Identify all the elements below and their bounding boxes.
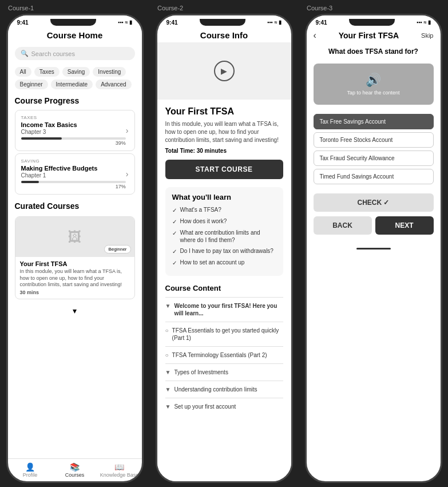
phone-3-wrapper: Course-3 9:41 ▪▪▪ ≈ ▮ ‹ Your First TFSA … bbox=[299, 0, 448, 487]
quiz-title: Your First TFSA bbox=[339, 31, 399, 40]
curated-card[interactable]: 🖼 Beginner Your First TFSA In this modul… bbox=[15, 216, 135, 299]
learn-item-4-text: Do I have to pay tax on withdrawals? bbox=[180, 247, 273, 255]
option-2[interactable]: Toronto Free Stocks Account bbox=[314, 132, 434, 148]
battery-icon: ▮ bbox=[129, 19, 132, 25]
quiz-header: ‹ Your First TFSA Skip bbox=[307, 27, 441, 44]
nav-knowledge-label: Knowledge Base bbox=[100, 472, 139, 478]
back-icon[interactable]: ‹ bbox=[314, 30, 316, 41]
audio-box[interactable]: 🔊 Tap to hear the content bbox=[314, 64, 434, 105]
learn-item-5-text: How to set an account up bbox=[180, 259, 245, 266]
content-section-title: Course Content bbox=[165, 284, 283, 292]
expand-icon-3: ▼ bbox=[165, 386, 171, 393]
course-hero-image: ▶ bbox=[157, 42, 291, 100]
course-desc: In this module, you will learn what a TF… bbox=[165, 120, 283, 144]
curated-card-time: 30 mins bbox=[20, 290, 130, 295]
check-icon-3: ✓ bbox=[172, 229, 177, 237]
content-section: Course Content ▼ Welcome to your first T… bbox=[165, 284, 283, 415]
check-icon-1: ✓ bbox=[172, 207, 177, 214]
progress-card-2[interactable]: SAVING Making Effective Budgets Chapter … bbox=[15, 153, 135, 195]
course-title: Your First TFSA bbox=[165, 106, 283, 117]
audio-icon: 🔊 bbox=[366, 73, 381, 88]
circle-icon-2: ○ bbox=[165, 352, 169, 358]
curated-card-image: 🖼 Beginner bbox=[15, 217, 134, 257]
home-bar bbox=[356, 248, 391, 250]
progress-card-1[interactable]: TAXES Income Tax Basics Chapter 3 39% › bbox=[15, 110, 135, 151]
nav-profile-label: Profile bbox=[23, 472, 38, 478]
more-arrow[interactable]: ▾ bbox=[8, 303, 142, 319]
content-item-2[interactable]: ○ TFSA Essentials to get you started qui… bbox=[165, 322, 283, 346]
course-info-body: Your First TFSA In this module, you will… bbox=[157, 100, 291, 422]
card-2-title: Making Effective Budgets bbox=[21, 165, 126, 172]
nav-courses[interactable]: 📚 Courses bbox=[53, 459, 97, 481]
tag-all[interactable]: All bbox=[15, 67, 31, 77]
phone-1-label: Course-1 bbox=[0, 5, 34, 11]
curated-card-title: Your First TFSA bbox=[20, 260, 130, 267]
tag-investing[interactable]: Investing bbox=[93, 67, 126, 77]
learn-item-1-text: What's a TFSA? bbox=[180, 206, 221, 213]
tag-intermediate[interactable]: Intermediate bbox=[51, 80, 93, 89]
nav-courses-label: Courses bbox=[65, 472, 85, 478]
profile-icon: 👤 bbox=[25, 462, 35, 472]
next-button[interactable]: NEXT bbox=[375, 216, 434, 235]
tag-advanced[interactable]: Advanced bbox=[96, 80, 131, 89]
progress-bar-2-bg bbox=[21, 181, 126, 183]
option-3[interactable]: Tax Fraud Security Allowance bbox=[314, 151, 434, 166]
card-2-tag: SAVING bbox=[21, 159, 126, 164]
status-icons-2: ▪▪▪ ≈ ▮ bbox=[267, 19, 282, 25]
curated-card-body: Your First TFSA In this module, you will… bbox=[15, 257, 134, 299]
answer-options: Tax Free Savings Account Toronto Free St… bbox=[307, 109, 441, 189]
content-item-1-text: Welcome to your first TFSA! Here you wil… bbox=[174, 302, 283, 317]
status-icons-1: ▪▪▪ ≈ ▮ bbox=[118, 19, 133, 25]
check-icon-5: ✓ bbox=[172, 259, 177, 267]
phone-1-content: Course Home 🔍 Search courses All Taxes S… bbox=[8, 27, 142, 458]
expand-icon-2: ▼ bbox=[165, 369, 171, 375]
tag-beginner[interactable]: Beginner bbox=[15, 80, 48, 89]
courses-icon: 📚 bbox=[70, 462, 80, 472]
phone-3-label: Course-3 bbox=[299, 5, 332, 11]
content-item-5[interactable]: ▼ Understanding contribution limits bbox=[165, 381, 283, 398]
content-item-1[interactable]: ▼ Welcome to your first TFSA! Here you w… bbox=[165, 297, 283, 322]
card-2-subtitle: Chapter 1 bbox=[21, 172, 126, 179]
progress-card-1-inner: TAXES Income Tax Basics Chapter 3 39% bbox=[21, 115, 126, 146]
bottom-nav: 👤 Profile 📚 Courses 📖 Knowledge Base bbox=[8, 458, 142, 481]
learn-item-3-text: What are contribution limits and where d… bbox=[180, 229, 276, 244]
play-button[interactable]: ▶ bbox=[214, 61, 235, 81]
knowledge-icon: 📖 bbox=[114, 462, 124, 472]
curated-badge: Beginner bbox=[104, 245, 130, 254]
progress-bar-1-bg bbox=[21, 137, 126, 140]
time-3: 9:41 bbox=[316, 19, 327, 26]
chevron-right-icon-1: › bbox=[126, 126, 129, 135]
progress-bar-1-fill bbox=[21, 137, 62, 140]
content-item-3[interactable]: ○ TFSA Terminology Essentials (Part 2) bbox=[165, 346, 283, 363]
nav-knowledge[interactable]: 📖 Knowledge Base bbox=[97, 459, 142, 481]
image-icon: 🖼 bbox=[68, 229, 82, 245]
content-item-2-text: TFSA Essentials to get you started quick… bbox=[172, 327, 283, 342]
learn-title: What you'll learn bbox=[172, 193, 276, 201]
tag-saving[interactable]: Saving bbox=[62, 67, 90, 77]
skip-button[interactable]: Skip bbox=[421, 32, 433, 39]
time-2: 9:41 bbox=[166, 19, 178, 26]
search-bar[interactable]: 🔍 Search courses bbox=[15, 47, 135, 60]
check-button[interactable]: CHECK ✓ bbox=[314, 193, 434, 212]
check-icon-2: ✓ bbox=[172, 218, 177, 225]
circle-icon-1: ○ bbox=[165, 327, 169, 334]
signal-icon-2: ▪▪▪ bbox=[267, 19, 273, 25]
battery-icon-3: ▮ bbox=[428, 19, 431, 25]
card-1-title: Income Tax Basics bbox=[21, 121, 126, 128]
nav-profile[interactable]: 👤 Profile bbox=[8, 459, 53, 481]
content-item-6[interactable]: ▼ Set up your first account bbox=[165, 398, 283, 415]
option-4[interactable]: Timed Fund Savings Account bbox=[314, 169, 434, 184]
option-1[interactable]: Tax Free Savings Account bbox=[314, 114, 434, 129]
card-1-tag: TAXES bbox=[21, 115, 126, 120]
start-course-button[interactable]: START COURSE bbox=[165, 160, 283, 179]
progress-bar-2-fill bbox=[21, 181, 39, 183]
phone-2-wrapper: Course-2 9:41 ▪▪▪ ≈ ▮ Course Info ▶ Your… bbox=[149, 0, 299, 487]
status-bar-1: 9:41 ▪▪▪ ≈ ▮ bbox=[8, 15, 142, 27]
tag-taxes[interactable]: Taxes bbox=[34, 67, 60, 77]
wifi-icon: ≈ bbox=[125, 19, 128, 25]
back-button[interactable]: BACK bbox=[314, 216, 372, 235]
learn-item-2: ✓ How does it work? bbox=[172, 217, 276, 225]
quiz-question: What does TFSA stand for? bbox=[307, 44, 441, 59]
content-item-4[interactable]: ▼ Types of Investments bbox=[165, 363, 283, 381]
wifi-icon-2: ≈ bbox=[275, 19, 277, 25]
